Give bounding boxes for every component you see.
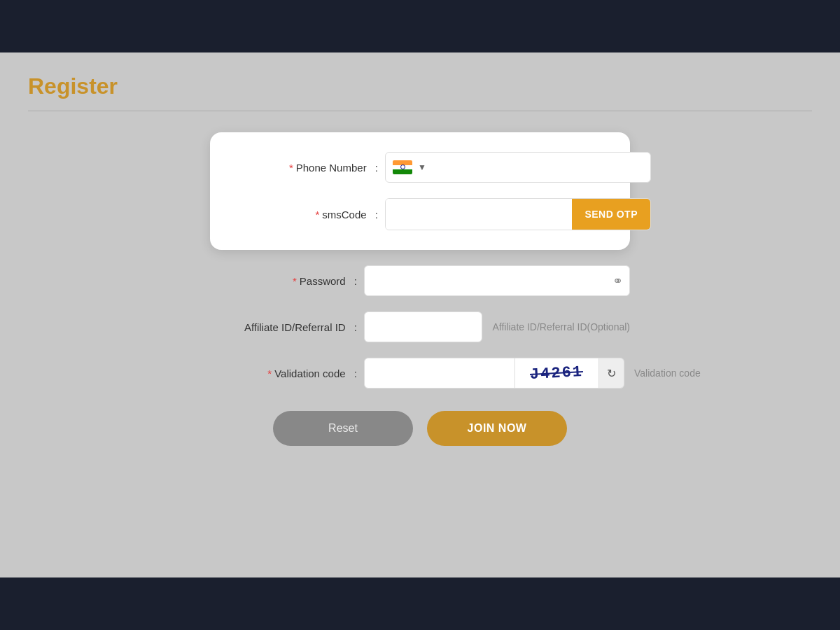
password-field-wrap: ⚭: [364, 265, 630, 296]
captcha-wrap: J4261 ↻: [364, 358, 624, 388]
country-dropdown-chevron[interactable]: ▼: [418, 162, 426, 172]
validation-hint: Validation code: [634, 368, 701, 379]
action-buttons-row: Reset JOIN NOW: [210, 411, 630, 446]
sms-required-star: *: [315, 209, 319, 220]
password-colon: :: [351, 275, 357, 287]
password-required-star: *: [293, 275, 297, 287]
password-input[interactable]: [364, 265, 630, 296]
password-label: * Password :: [210, 275, 364, 287]
affiliate-hint: Affiliate ID/Referral ID(Optional): [492, 321, 630, 332]
affiliate-row: Affiliate ID/Referral ID : Affiliate ID/…: [210, 312, 630, 342]
phone-field[interactable]: ▼: [385, 152, 651, 183]
affiliate-colon: :: [351, 321, 357, 333]
validation-code-row: * Validation code : J4261 ↻ Validation c…: [210, 358, 630, 388]
validation-required-star: *: [267, 368, 272, 379]
sms-label: * smsCode :: [231, 209, 385, 220]
bottom-navigation-bar: [0, 578, 840, 630]
captcha-image: J4261: [515, 358, 599, 388]
validation-label: * Validation code :: [210, 368, 364, 379]
india-flag-icon: [393, 160, 412, 174]
page-title: Register: [28, 74, 812, 99]
send-otp-button[interactable]: SEND OTP: [572, 199, 650, 230]
phone-number-input[interactable]: [432, 153, 643, 181]
affiliate-input[interactable]: [364, 312, 482, 342]
validation-input-wrap: J4261 ↻: [364, 358, 624, 388]
phone-required-star: *: [289, 162, 293, 174]
captcha-refresh-button[interactable]: ↻: [599, 358, 624, 388]
phone-sms-card: * Phone Number : ▼: [210, 132, 630, 250]
top-navigation-bar: [0, 0, 840, 52]
reset-button[interactable]: Reset: [273, 411, 413, 446]
sms-colon: :: [372, 209, 378, 220]
title-divider: [28, 111, 812, 111]
password-visibility-toggle-icon[interactable]: ⚭: [612, 273, 623, 288]
sms-code-input[interactable]: [386, 199, 572, 230]
validation-colon: :: [351, 368, 357, 379]
sms-input-wrap: SEND OTP: [385, 198, 651, 230]
main-content: Register * Phone Number :: [0, 52, 840, 467]
captcha-display-value: J4261: [530, 363, 584, 384]
password-row: * Password : ⚭: [210, 265, 630, 296]
join-now-button[interactable]: JOIN NOW: [427, 411, 567, 446]
register-form: * Phone Number : ▼: [28, 132, 812, 446]
sms-code-row: * smsCode : SEND OTP: [231, 198, 651, 230]
affiliate-input-wrap: [364, 312, 482, 342]
phone-label: * Phone Number :: [231, 162, 385, 174]
sms-field: SEND OTP: [385, 198, 651, 230]
password-input-wrap: ⚭: [364, 265, 630, 296]
phone-input-wrap: ▼: [385, 152, 651, 183]
phone-colon: :: [372, 162, 378, 174]
phone-number-row: * Phone Number : ▼: [231, 152, 651, 183]
affiliate-label: Affiliate ID/Referral ID :: [210, 321, 364, 333]
captcha-input[interactable]: [364, 358, 515, 388]
